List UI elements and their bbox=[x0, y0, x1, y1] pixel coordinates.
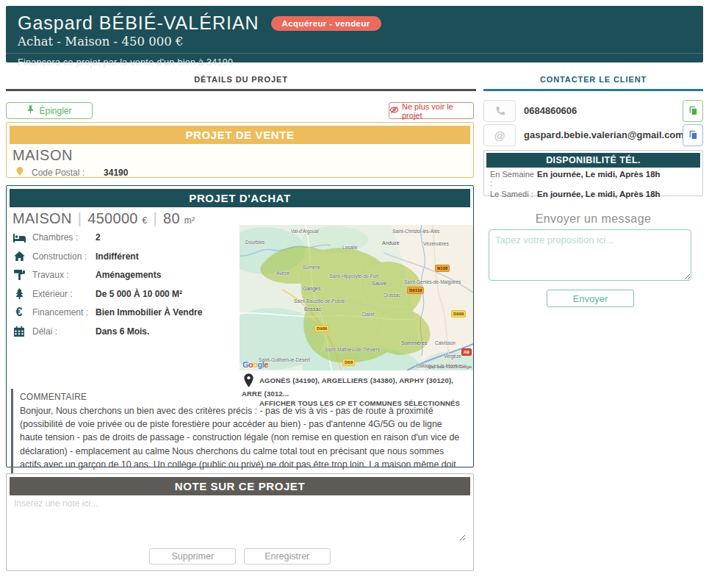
tab-project-details[interactable]: DÉTAILS DU PROJET bbox=[6, 75, 476, 91]
detail-row-financing: € Financement : Bien Immobilier À Vendre bbox=[12, 306, 239, 318]
detail-value: Dans 6 Mois. bbox=[96, 326, 149, 337]
map-town-label: Quissac bbox=[384, 293, 400, 298]
availability-label: En Semaine : bbox=[490, 170, 537, 187]
map-town-label: Saint-Christol-lès-Alès bbox=[392, 229, 439, 234]
map-road-badge: A9 bbox=[461, 348, 472, 356]
map-road-badge: D6110 bbox=[407, 287, 424, 294]
map-town-label: Calvisson bbox=[435, 340, 456, 345]
map-attribution: Map data ©2025 Google bbox=[428, 365, 472, 369]
hide-button-label: Ne plus voir le projet bbox=[402, 102, 473, 120]
detail-label: Délai : bbox=[32, 326, 96, 337]
detail-label: Financement : bbox=[32, 307, 96, 318]
map-town-label: Anduze bbox=[382, 240, 400, 245]
map-town-label: Avèze bbox=[276, 270, 289, 276]
detail-value: 2 bbox=[96, 232, 101, 243]
availability-value: En journée, Le midi, Après 18h bbox=[537, 170, 661, 187]
location-pin-icon bbox=[15, 165, 24, 180]
at-icon: @ bbox=[483, 124, 516, 146]
map-road-badge: D986 bbox=[314, 325, 329, 332]
map-road-badge: D999 bbox=[451, 310, 466, 318]
phone-icon bbox=[483, 100, 516, 122]
purchase-project-section: PROJET D'ACHAT MAISON|450000 €|80 m² Cha… bbox=[6, 185, 474, 467]
delete-note-button[interactable]: Supprimer bbox=[149, 548, 236, 564]
map-town-label: Sumène bbox=[303, 265, 320, 270]
search-area-map[interactable]: Dourbies Val-d'Aigoual Saint-Christol-lè… bbox=[240, 225, 473, 370]
purchase-area: 80 bbox=[163, 210, 180, 226]
phone-number: 0684860606 bbox=[524, 100, 577, 122]
copy-icon bbox=[688, 130, 698, 140]
availability-title: DISPONIBILITÉ TÉL. bbox=[486, 153, 700, 168]
map-town-label: Vézénobres bbox=[423, 241, 449, 246]
eye-off-icon bbox=[389, 106, 399, 115]
map-town-label: Saint-Geniès-de-Malgoirès bbox=[404, 279, 461, 284]
note-buttons: Supprimer Enregistrer bbox=[7, 548, 473, 564]
map-pin-icon bbox=[243, 373, 254, 390]
client-type-badge: Acquéreur - vendeur bbox=[271, 16, 381, 31]
availability-label: Le Samedi : bbox=[490, 190, 537, 198]
project-summary: Achat - Maison - 450 000 € bbox=[18, 35, 691, 49]
euro-icon: € bbox=[12, 306, 26, 319]
detail-row-deadline: Délai : Dans 6 Mois. bbox=[12, 326, 239, 337]
email-row: @ gaspard.bebie.valerian@gmail.com bbox=[483, 124, 703, 146]
map-road-badge: D68 bbox=[342, 359, 355, 366]
copy-icon bbox=[688, 106, 698, 116]
availability-row-week: En Semaine : En journée, Le midi, Après … bbox=[490, 170, 702, 187]
copy-email-button[interactable] bbox=[683, 124, 703, 146]
map-town-label: Brissac bbox=[304, 306, 321, 312]
bed-icon bbox=[12, 233, 26, 243]
map-town-label: Claret bbox=[361, 312, 374, 317]
map-town-label: Ganges bbox=[303, 286, 321, 291]
detail-value: Aménagements bbox=[96, 270, 161, 280]
paint-roller-icon bbox=[12, 270, 26, 280]
pushpin-icon bbox=[26, 105, 35, 116]
detail-value: De 5 000 À 10 000 M² bbox=[96, 289, 182, 299]
hide-project-button[interactable]: Ne plus voir le projet bbox=[389, 102, 474, 119]
save-note-button[interactable]: Enregistrer bbox=[244, 548, 331, 564]
comment-label: COMMENTAIRE bbox=[20, 392, 467, 402]
sale-project-title: PROJET DE VENTE bbox=[10, 126, 470, 144]
detail-label: Construction : bbox=[32, 251, 96, 262]
area-unit: m² bbox=[184, 215, 195, 226]
sale-project-section: PROJET DE VENTE MAISON Code Postal : 341… bbox=[6, 122, 474, 178]
pin-button[interactable]: Épingler bbox=[6, 102, 93, 119]
map-town-label: Saint-Hippolyte-du-Fort bbox=[329, 273, 378, 279]
map-town-label: Dourbies bbox=[245, 240, 264, 245]
copy-phone-button[interactable] bbox=[683, 100, 703, 122]
availability-section: DISPONIBILITÉ TÉL. En Semaine : En journ… bbox=[483, 150, 703, 196]
detail-label: Chambres : bbox=[32, 232, 96, 243]
map-town-label: Lasalle bbox=[342, 245, 358, 250]
send-message-title: Envoyer un message bbox=[483, 212, 703, 226]
map-town-label: Vergèze bbox=[444, 354, 461, 359]
detail-label: Travaux : bbox=[32, 270, 96, 280]
purchase-project-title: PROJET D'ACHAT bbox=[10, 189, 470, 207]
map-town-label: Sauve bbox=[372, 281, 386, 286]
detail-value: Bien Immobilier À Vendre bbox=[96, 307, 202, 318]
map-town-label: Sommières bbox=[401, 340, 427, 345]
house-icon bbox=[12, 251, 26, 262]
client-name: Gaspard BÉBIÉ-VALÉRIAN bbox=[18, 12, 259, 34]
detail-label: Extérieur : bbox=[32, 289, 96, 299]
sale-property-type: MAISON bbox=[12, 147, 473, 164]
map-town-label: Val-d'Aigoual bbox=[291, 229, 319, 234]
purchase-details-list: Chambres : 2 Construction : Indifférent … bbox=[12, 232, 239, 344]
note-input[interactable] bbox=[14, 498, 466, 541]
pin-button-label: Épingler bbox=[39, 106, 71, 116]
client-header: Gaspard BÉBIÉ-VALÉRIAN Acquéreur - vende… bbox=[6, 6, 703, 62]
calendar-icon bbox=[12, 326, 26, 337]
detail-row-bedrooms: Chambres : 2 bbox=[12, 232, 239, 243]
send-message-button[interactable]: Envoyer bbox=[547, 290, 634, 307]
detail-row-works: Travaux : Aménagements bbox=[12, 269, 239, 281]
note-section: NOTE SUR CE PROJET Supprimer Enregistrer bbox=[6, 473, 474, 571]
email-address: gaspard.bebie.valerian@gmail.com bbox=[524, 124, 684, 146]
financing-note: Financera ce projet par la vente d'un bi… bbox=[18, 54, 691, 68]
map-town-label: Saint-Mathieu-de-Tréviers bbox=[325, 347, 380, 352]
google-logo: Google bbox=[242, 360, 268, 369]
tab-contact-client[interactable]: CONTACTER LE CLIENT bbox=[483, 75, 703, 91]
postal-code-label: Code Postal : bbox=[32, 168, 84, 178]
tree-icon bbox=[12, 288, 26, 299]
message-input[interactable] bbox=[489, 229, 691, 281]
note-title: NOTE SUR CE PROJET bbox=[10, 477, 470, 495]
detail-row-construction: Construction : Indifférent bbox=[12, 251, 239, 262]
detail-row-exterior: Extérieur : De 5 000 À 10 000 M² bbox=[12, 288, 239, 300]
purchase-price: 450000 bbox=[87, 210, 138, 226]
